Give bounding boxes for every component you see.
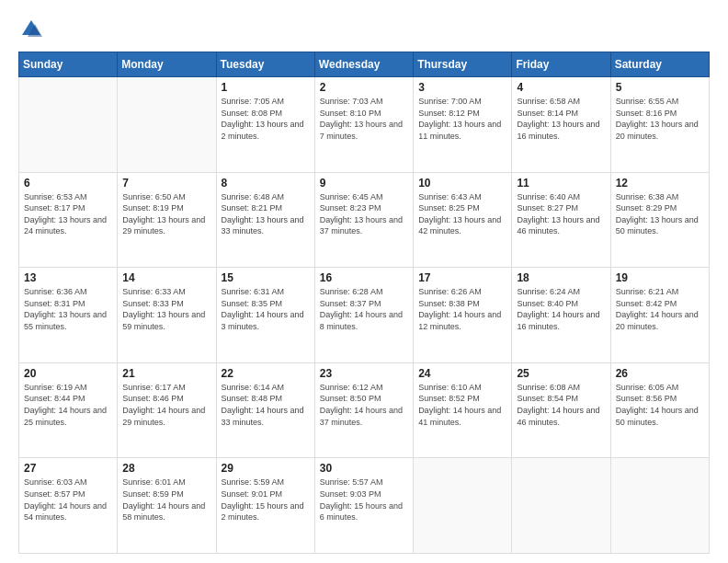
calendar-cell: 28Sunrise: 6:01 AM Sunset: 8:59 PM Dayli… — [118, 458, 216, 554]
logo-icon — [18, 17, 44, 42]
day-info: Sunrise: 6:33 AM Sunset: 8:33 PM Dayligh… — [122, 286, 210, 332]
calendar-cell: 13Sunrise: 6:36 AM Sunset: 8:31 PM Dayli… — [19, 268, 118, 363]
calendar-cell: 23Sunrise: 6:12 AM Sunset: 8:50 PM Dayli… — [314, 362, 413, 458]
calendar-cell: 2Sunrise: 7:03 AM Sunset: 8:10 PM Daylig… — [314, 77, 413, 173]
calendar-cell: 7Sunrise: 6:50 AM Sunset: 8:19 PM Daylig… — [118, 172, 216, 268]
day-info: Sunrise: 6:12 AM Sunset: 8:50 PM Dayligh… — [320, 382, 408, 428]
day-info: Sunrise: 6:58 AM Sunset: 8:14 PM Dayligh… — [517, 96, 605, 142]
calendar-cell — [512, 458, 610, 554]
calendar-cell: 3Sunrise: 7:00 AM Sunset: 8:12 PM Daylig… — [414, 77, 512, 173]
day-number: 16 — [320, 271, 408, 284]
day-info: Sunrise: 6:36 AM Sunset: 8:31 PM Dayligh… — [24, 286, 112, 332]
day-info: Sunrise: 6:05 AM Sunset: 8:56 PM Dayligh… — [616, 382, 704, 428]
day-number: 1 — [222, 81, 310, 94]
day-info: Sunrise: 6:03 AM Sunset: 8:57 PM Dayligh… — [24, 477, 112, 523]
calendar-cell — [610, 458, 709, 554]
calendar-header-monday: Monday — [118, 52, 216, 77]
calendar-week-3: 13Sunrise: 6:36 AM Sunset: 8:31 PM Dayli… — [19, 268, 710, 363]
day-number: 14 — [122, 271, 210, 284]
calendar-header-row: SundayMondayTuesdayWednesdayThursdayFrid… — [19, 52, 710, 77]
day-info: Sunrise: 6:14 AM Sunset: 8:48 PM Dayligh… — [222, 382, 310, 428]
calendar-header-tuesday: Tuesday — [216, 52, 314, 77]
calendar-cell: 22Sunrise: 6:14 AM Sunset: 8:48 PM Dayli… — [216, 362, 314, 458]
calendar-cell: 6Sunrise: 6:53 AM Sunset: 8:17 PM Daylig… — [19, 172, 118, 268]
day-number: 2 — [320, 81, 408, 94]
calendar-week-1: 1Sunrise: 7:05 AM Sunset: 8:08 PM Daylig… — [19, 77, 710, 173]
day-number: 12 — [616, 177, 704, 190]
day-number: 30 — [320, 462, 408, 475]
day-info: Sunrise: 7:00 AM Sunset: 8:12 PM Dayligh… — [418, 96, 506, 142]
day-number: 7 — [122, 177, 210, 190]
calendar-cell: 25Sunrise: 6:08 AM Sunset: 8:54 PM Dayli… — [512, 362, 610, 458]
day-info: Sunrise: 6:38 AM Sunset: 8:29 PM Dayligh… — [616, 191, 704, 237]
day-info: Sunrise: 6:48 AM Sunset: 8:21 PM Dayligh… — [222, 191, 310, 237]
calendar-cell: 11Sunrise: 6:40 AM Sunset: 8:27 PM Dayli… — [512, 172, 610, 268]
day-info: Sunrise: 6:50 AM Sunset: 8:19 PM Dayligh… — [122, 191, 210, 237]
calendar-header-friday: Friday — [512, 52, 610, 77]
day-info: Sunrise: 6:55 AM Sunset: 8:16 PM Dayligh… — [616, 96, 704, 142]
day-number: 20 — [24, 367, 112, 380]
day-number: 5 — [616, 81, 704, 94]
day-number: 15 — [222, 271, 310, 284]
day-number: 27 — [24, 462, 112, 475]
day-number: 9 — [320, 177, 408, 190]
day-number: 4 — [517, 81, 605, 94]
day-number: 17 — [418, 271, 506, 284]
calendar-header-thursday: Thursday — [414, 52, 512, 77]
day-info: Sunrise: 6:28 AM Sunset: 8:37 PM Dayligh… — [320, 286, 408, 332]
calendar-cell: 10Sunrise: 6:43 AM Sunset: 8:25 PM Dayli… — [414, 172, 512, 268]
logo — [18, 17, 48, 42]
day-info: Sunrise: 6:08 AM Sunset: 8:54 PM Dayligh… — [517, 382, 605, 428]
day-number: 23 — [320, 367, 408, 380]
calendar-cell: 9Sunrise: 6:45 AM Sunset: 8:23 PM Daylig… — [314, 172, 413, 268]
day-number: 3 — [418, 81, 506, 94]
day-number: 6 — [24, 177, 112, 190]
day-number: 10 — [418, 177, 506, 190]
calendar-header-saturday: Saturday — [610, 52, 709, 77]
calendar-cell: 4Sunrise: 6:58 AM Sunset: 8:14 PM Daylig… — [512, 77, 610, 173]
day-info: Sunrise: 5:57 AM Sunset: 9:03 PM Dayligh… — [320, 477, 408, 523]
day-number: 29 — [222, 462, 310, 475]
day-number: 18 — [517, 271, 605, 284]
calendar-cell: 20Sunrise: 6:19 AM Sunset: 8:44 PM Dayli… — [19, 362, 118, 458]
day-info: Sunrise: 6:26 AM Sunset: 8:38 PM Dayligh… — [418, 286, 506, 332]
calendar-header-wednesday: Wednesday — [314, 52, 413, 77]
day-number: 25 — [517, 367, 605, 380]
calendar-cell: 1Sunrise: 7:05 AM Sunset: 8:08 PM Daylig… — [216, 77, 314, 173]
day-info: Sunrise: 6:01 AM Sunset: 8:59 PM Dayligh… — [122, 477, 210, 523]
calendar-cell: 16Sunrise: 6:28 AM Sunset: 8:37 PM Dayli… — [314, 268, 413, 363]
calendar-week-5: 27Sunrise: 6:03 AM Sunset: 8:57 PM Dayli… — [19, 458, 710, 554]
calendar-table: SundayMondayTuesdayWednesdayThursdayFrid… — [18, 52, 710, 554]
calendar-cell: 12Sunrise: 6:38 AM Sunset: 8:29 PM Dayli… — [610, 172, 709, 268]
day-info: Sunrise: 6:21 AM Sunset: 8:42 PM Dayligh… — [616, 286, 704, 332]
calendar-cell: 14Sunrise: 6:33 AM Sunset: 8:33 PM Dayli… — [118, 268, 216, 363]
calendar-cell — [19, 77, 118, 173]
calendar-cell: 30Sunrise: 5:57 AM Sunset: 9:03 PM Dayli… — [314, 458, 413, 554]
day-number: 11 — [517, 177, 605, 190]
calendar-cell — [118, 77, 216, 173]
calendar-cell: 15Sunrise: 6:31 AM Sunset: 8:35 PM Dayli… — [216, 268, 314, 363]
calendar-cell: 17Sunrise: 6:26 AM Sunset: 8:38 PM Dayli… — [414, 268, 512, 363]
page: SundayMondayTuesdayWednesdayThursdayFrid… — [0, 0, 728, 563]
calendar-cell: 26Sunrise: 6:05 AM Sunset: 8:56 PM Dayli… — [610, 362, 709, 458]
calendar-header-sunday: Sunday — [19, 52, 118, 77]
day-number: 22 — [222, 367, 310, 380]
day-number: 8 — [222, 177, 310, 190]
day-number: 28 — [122, 462, 210, 475]
calendar-cell: 18Sunrise: 6:24 AM Sunset: 8:40 PM Dayli… — [512, 268, 610, 363]
day-number: 26 — [616, 367, 704, 380]
day-info: Sunrise: 6:17 AM Sunset: 8:46 PM Dayligh… — [122, 382, 210, 428]
day-info: Sunrise: 5:59 AM Sunset: 9:01 PM Dayligh… — [222, 477, 310, 523]
day-info: Sunrise: 6:40 AM Sunset: 8:27 PM Dayligh… — [517, 191, 605, 237]
day-info: Sunrise: 6:43 AM Sunset: 8:25 PM Dayligh… — [418, 191, 506, 237]
calendar-cell — [414, 458, 512, 554]
day-number: 13 — [24, 271, 112, 284]
day-info: Sunrise: 6:24 AM Sunset: 8:40 PM Dayligh… — [517, 286, 605, 332]
day-number: 21 — [122, 367, 210, 380]
day-info: Sunrise: 6:45 AM Sunset: 8:23 PM Dayligh… — [320, 191, 408, 237]
day-number: 24 — [418, 367, 506, 380]
day-info: Sunrise: 6:31 AM Sunset: 8:35 PM Dayligh… — [222, 286, 310, 332]
calendar-cell: 21Sunrise: 6:17 AM Sunset: 8:46 PM Dayli… — [118, 362, 216, 458]
calendar-cell: 29Sunrise: 5:59 AM Sunset: 9:01 PM Dayli… — [216, 458, 314, 554]
day-info: Sunrise: 6:53 AM Sunset: 8:17 PM Dayligh… — [24, 191, 112, 237]
